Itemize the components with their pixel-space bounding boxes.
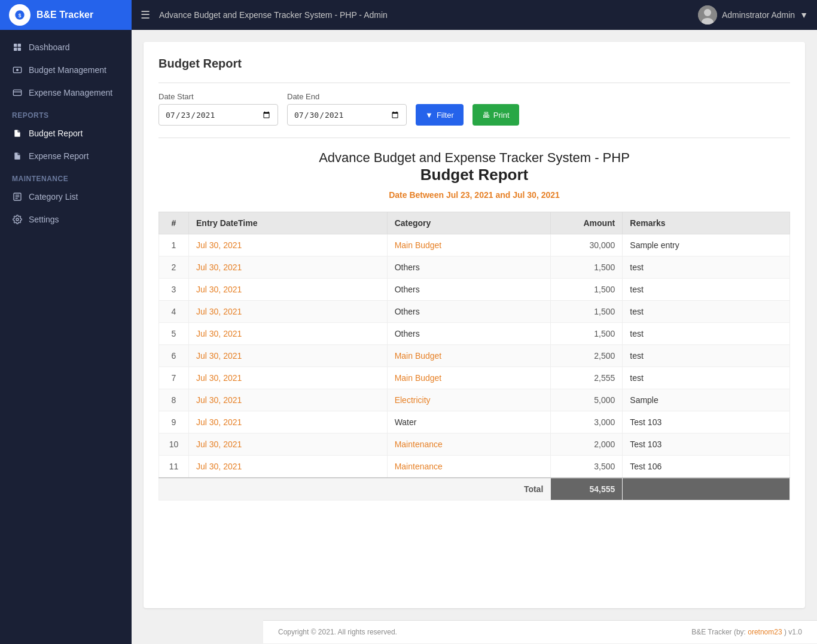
cell-category: Maintenance xyxy=(387,456,551,478)
cell-amount: 2,555 xyxy=(551,367,623,389)
cell-category: Others xyxy=(387,279,551,301)
user-name: Adminstrator Admin xyxy=(722,10,795,20)
user-dropdown-icon: ▼ xyxy=(800,10,808,20)
report-date-range: Date Between Jul 23, 2021 and Jul 30, 20… xyxy=(158,190,790,200)
cell-amount: 5,000 xyxy=(551,389,623,411)
cell-date: Jul 30, 2021 xyxy=(189,456,388,478)
cell-remarks: test xyxy=(623,323,790,345)
col-remarks: Remarks xyxy=(623,212,790,234)
svg-rect-11 xyxy=(13,90,21,95)
brand-icon: $ xyxy=(9,4,31,26)
date-end-display: Jul 30, 2021 xyxy=(513,190,560,200)
main-content: Budget Report Date Start Date End ▼ Filt… xyxy=(132,30,817,644)
sidebar-item-dashboard-label: Dashboard xyxy=(29,42,70,52)
brand-name: B&E Tracker xyxy=(36,10,93,20)
table-row: 1Jul 30, 2021Main Budget30,000Sample ent… xyxy=(159,234,790,257)
date-start-label: Date Start xyxy=(158,92,278,101)
col-amount: Amount xyxy=(551,212,623,234)
report-table: # Entry DateTime Category Amount Remarks… xyxy=(158,212,790,500)
footer-right-text: B&E Tracker (by: xyxy=(691,628,748,636)
sidebar-item-budget-report[interactable]: Budget Report xyxy=(0,122,132,145)
content-area: Budget Report Date Start Date End ▼ Filt… xyxy=(144,42,805,608)
date-start-input[interactable] xyxy=(158,104,278,126)
file-icon-2 xyxy=(12,151,23,161)
footer-version: ) v1.0 xyxy=(782,628,802,636)
sidebar-item-budget-management-label: Budget Management xyxy=(29,65,106,75)
cell-category: Others xyxy=(387,323,551,345)
cell-date: Jul 30, 2021 xyxy=(189,367,388,389)
table-row: 4Jul 30, 2021Others1,500test xyxy=(159,301,790,323)
cell-category: Main Budget xyxy=(387,345,551,367)
svg-point-17 xyxy=(16,218,19,221)
cell-num: 1 xyxy=(159,234,189,257)
divider-2 xyxy=(158,138,790,138)
hamburger-icon[interactable]: ☰ xyxy=(141,8,150,22)
sidebar-item-expense-report[interactable]: Expense Report xyxy=(0,145,132,167)
report-header: Advance Budget and Expense Tracker Syste… xyxy=(158,150,790,200)
file-icon-1 xyxy=(12,128,23,139)
cell-category: Main Budget xyxy=(387,234,551,257)
cell-date: Jul 30, 2021 xyxy=(189,411,388,434)
print-button-label: Print xyxy=(493,111,510,120)
date-start-display: Jul 23, 2021 xyxy=(446,190,493,200)
sidebar-item-expense-report-label: Expense Report xyxy=(29,151,89,161)
cell-amount: 2,500 xyxy=(551,345,623,367)
filter-form: Date Start Date End ▼ Filter 🖶 Print xyxy=(158,92,790,126)
col-category: Category xyxy=(387,212,551,234)
cell-date: Jul 30, 2021 xyxy=(189,345,388,367)
date-end-label: Date End xyxy=(287,92,407,101)
cell-amount: 3,000 xyxy=(551,411,623,434)
col-datetime: Entry DateTime xyxy=(189,212,388,234)
cell-date: Jul 30, 2021 xyxy=(189,434,388,456)
filter-icon: ▼ xyxy=(425,111,433,120)
divider-1 xyxy=(158,83,790,83)
sidebar-section-maintenance: Maintenance xyxy=(0,167,132,185)
sidebar-item-settings-label: Settings xyxy=(29,215,59,224)
cell-amount: 2,000 xyxy=(551,434,623,456)
sidebar-item-expense-management[interactable]: Expense Management xyxy=(0,81,132,104)
table-row: 6Jul 30, 2021Main Budget2,500test xyxy=(159,345,790,367)
sidebar-item-budget-management[interactable]: Budget Management xyxy=(0,59,132,81)
table-row: 3Jul 30, 2021Others1,500test xyxy=(159,279,790,301)
print-icon: 🖶 xyxy=(482,111,490,120)
cell-remarks: test xyxy=(623,345,790,367)
cell-amount: 3,500 xyxy=(551,456,623,478)
filter-button[interactable]: ▼ Filter xyxy=(416,104,464,126)
table-row: 10Jul 30, 2021Maintenance2,000Test 103 xyxy=(159,434,790,456)
date-end-group: Date End xyxy=(287,92,407,126)
date-range-and: and xyxy=(495,190,510,200)
svg-point-10 xyxy=(16,69,19,71)
cell-num: 6 xyxy=(159,345,189,367)
svg-rect-7 xyxy=(14,48,17,51)
date-range-prefix: Date Between xyxy=(389,190,444,200)
total-remarks-empty xyxy=(623,478,790,500)
date-end-input[interactable] xyxy=(287,104,407,126)
cell-date: Jul 30, 2021 xyxy=(189,389,388,411)
footer-copyright: Copyright © 2021. All rights reserved. xyxy=(278,628,397,636)
cell-remarks: Test 103 xyxy=(623,434,790,456)
col-num: # xyxy=(159,212,189,234)
report-system-name: Advance Budget and Expense Tracker Syste… xyxy=(158,150,790,166)
sidebar-item-category-list[interactable]: Category List xyxy=(0,185,132,208)
top-navbar: $ B&E Tracker ☰ Advance Budget and Expen… xyxy=(0,0,817,30)
cell-remarks: Test 106 xyxy=(623,456,790,478)
sidebar-item-dashboard[interactable]: Dashboard xyxy=(0,36,132,59)
cell-category: Others xyxy=(387,257,551,279)
sidebar-item-settings[interactable]: Settings xyxy=(0,208,132,231)
table-row: 11Jul 30, 2021Maintenance3,500Test 106 xyxy=(159,456,790,478)
dashboard-icon xyxy=(12,42,23,53)
cell-remarks: Sample entry xyxy=(623,234,790,257)
cell-date: Jul 30, 2021 xyxy=(189,279,388,301)
svg-rect-5 xyxy=(14,44,17,47)
user-menu[interactable]: Adminstrator Admin ▼ xyxy=(698,5,808,25)
cell-remarks: test xyxy=(623,301,790,323)
avatar xyxy=(698,5,717,25)
print-button[interactable]: 🖶 Print xyxy=(472,104,519,126)
footer-right: B&E Tracker (by: oretnom23 ) v1.0 xyxy=(691,628,802,636)
page-title: Budget Report xyxy=(158,57,790,71)
footer-author-link[interactable]: oretnom23 xyxy=(748,628,782,636)
cell-category: Water xyxy=(387,411,551,434)
svg-text:$: $ xyxy=(19,13,22,19)
table-body: 1Jul 30, 2021Main Budget30,000Sample ent… xyxy=(159,234,790,500)
cell-num: 5 xyxy=(159,323,189,345)
